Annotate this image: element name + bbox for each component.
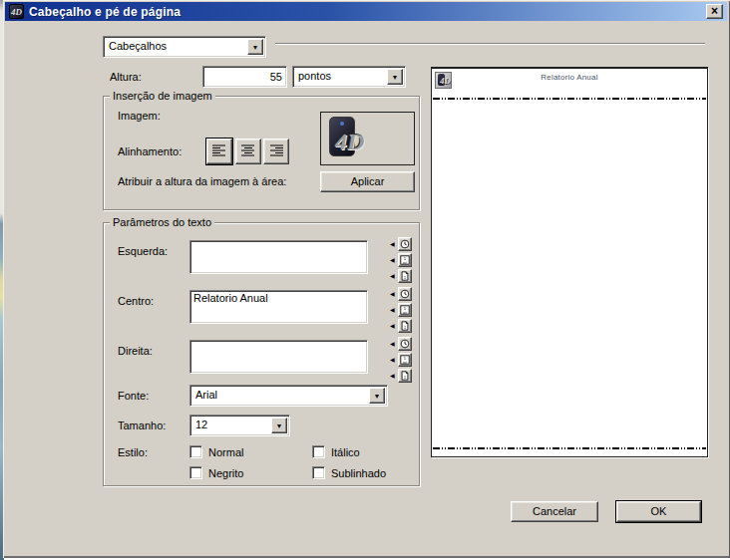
centro-label: Centro:: [118, 295, 154, 308]
tamanho-selector[interactable]: 12 ▼: [189, 415, 290, 436]
page-number-icon: 1: [400, 271, 410, 281]
svg-text:1: 1: [404, 376, 406, 380]
cancel-button[interactable]: Cancelar: [511, 501, 598, 522]
page-number-icon: 1: [400, 321, 410, 331]
fonte-selector[interactable]: Arial ▼: [189, 385, 388, 407]
clock-icon: [400, 239, 410, 249]
left-pointer-icon: ◀: [390, 254, 398, 267]
tamanho-value: 12: [195, 419, 269, 430]
clock-icon: [400, 289, 410, 299]
left-pointer-icon: ◀: [390, 370, 398, 383]
dialog-title: Cabeçalho e pé de página: [29, 5, 181, 19]
preview-header-text: Relatorio Anual: [432, 73, 707, 82]
clock-icon: [400, 339, 410, 349]
image-group-title: Inserção de imagem: [110, 90, 215, 103]
left-pointer-icon: ◀: [390, 270, 398, 283]
insert-page-number-button[interactable]: 1: [398, 319, 412, 333]
separator-line: [275, 43, 705, 45]
insert-time-button[interactable]: [398, 337, 412, 351]
text-group-title: Parâmetros do texto: [110, 216, 214, 229]
calendar-icon: 1oct: [400, 305, 410, 315]
close-button[interactable]: ×: [706, 4, 723, 19]
app-4d-icon: 4D: [9, 4, 24, 19]
chevron-down-icon: ▼: [392, 74, 399, 81]
chevron-down-icon: ▼: [276, 422, 283, 429]
checkbox-normal[interactable]: [189, 445, 202, 458]
svg-text:oct: oct: [403, 311, 407, 315]
image-preview-well[interactable]: 4D: [320, 112, 415, 165]
page-number-icon: 1: [400, 371, 410, 381]
insert-time-button[interactable]: [398, 237, 412, 251]
svg-text:oct: oct: [403, 361, 407, 365]
section-selector-dropdown-button[interactable]: ▼: [247, 39, 263, 55]
altura-input[interactable]: [202, 66, 287, 88]
align-left-button[interactable]: [206, 139, 232, 164]
align-right-icon: [268, 143, 284, 157]
left-pointer-icon: ◀: [390, 320, 398, 333]
estilo-label: Estilo:: [118, 446, 148, 459]
calendar-icon: 1oct: [400, 355, 410, 365]
altura-label: Altura:: [110, 71, 142, 84]
checkbox-italico-label: Itálico: [331, 446, 360, 459]
checkbox-negrito-label: Negrito: [208, 467, 243, 480]
chevron-down-icon: ▼: [374, 393, 381, 400]
checkbox-negrito[interactable]: [189, 466, 202, 479]
tamanho-dropdown-button[interactable]: ▼: [271, 418, 287, 433]
imagem-label: Imagem:: [118, 110, 161, 123]
aplicar-button[interactable]: Aplicar: [320, 171, 415, 192]
centro-field[interactable]: Relatorio Anual: [189, 290, 368, 324]
align-left-icon: [211, 143, 227, 157]
titlebar[interactable]: 4D Cabeçalho e pé de página ×: [5, 2, 727, 21]
checkbox-sublinhado-label: Sublinhado: [331, 467, 386, 480]
unit-selector-value: pontos: [298, 70, 385, 82]
left-pointer-icon: ◀: [390, 238, 398, 251]
svg-text:oct: oct: [403, 261, 407, 265]
header-footer-dialog: 4D Cabeçalho e pé de página × Cabeçalhos…: [3, 0, 730, 558]
header-boundary-line: [433, 98, 706, 100]
insert-page-number-button[interactable]: 1: [398, 269, 412, 283]
4d-logo-icon: 4D: [329, 117, 363, 160]
checkbox-normal-label: Normal: [208, 446, 243, 459]
unit-selector-dropdown-button[interactable]: ▼: [387, 69, 403, 85]
svg-text:1: 1: [404, 276, 406, 280]
insert-date-button[interactable]: 1oct: [398, 353, 412, 367]
screen: 4D Cabeçalho e pé de página × Cabeçalhos…: [0, 0, 730, 560]
ok-button[interactable]: OK: [616, 501, 701, 522]
tamanho-label: Tamanho:: [118, 420, 166, 432]
left-pointer-icon: ◀: [390, 338, 398, 351]
fonte-dropdown-button[interactable]: ▼: [369, 388, 385, 404]
insert-page-number-button[interactable]: 1: [398, 369, 412, 383]
fonte-value: Arial: [195, 389, 367, 401]
atribuir-label: Atribuir a altura da imagem à área:: [118, 175, 286, 188]
left-pointer-icon: ◀: [390, 304, 398, 317]
svg-text:1: 1: [404, 326, 406, 330]
checkbox-italico[interactable]: [312, 445, 325, 458]
left-pointer-icon: ◀: [390, 354, 398, 367]
section-selector-value: Cabeçalhos: [109, 40, 245, 52]
unit-selector[interactable]: pontos ▼: [292, 66, 406, 88]
close-icon: ×: [711, 4, 718, 18]
insert-date-button[interactable]: 1oct: [398, 253, 412, 267]
insert-date-button[interactable]: 1oct: [398, 303, 412, 317]
direita-field[interactable]: [189, 340, 368, 374]
chevron-down-icon: ▼: [252, 44, 259, 51]
esquerda-field[interactable]: [189, 240, 368, 274]
page-preview: 4D Relatorio Anual: [431, 67, 708, 457]
align-center-button[interactable]: [235, 139, 261, 164]
align-right-button[interactable]: [263, 139, 289, 164]
section-selector[interactable]: Cabeçalhos ▼: [103, 36, 266, 58]
align-center-icon: [240, 143, 256, 157]
footer-boundary-line: [433, 447, 706, 449]
direita-label: Direita:: [118, 345, 153, 358]
insert-time-button[interactable]: [398, 287, 412, 301]
left-pointer-icon: ◀: [390, 288, 398, 301]
checkbox-sublinhado[interactable]: [312, 466, 325, 479]
alinhamento-label: Alinhamento:: [118, 145, 182, 158]
esquerda-label: Esquerda:: [118, 245, 168, 258]
fonte-label: Fonte:: [118, 390, 149, 403]
calendar-icon: 1oct: [400, 255, 410, 265]
